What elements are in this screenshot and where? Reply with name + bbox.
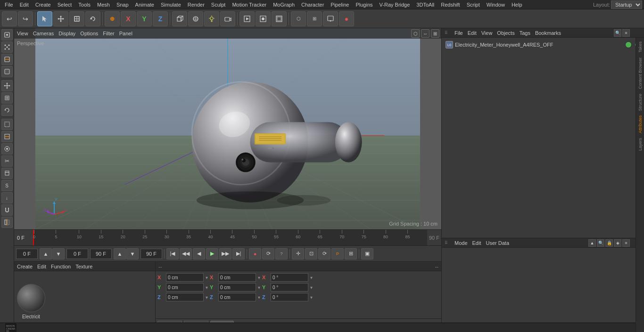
attr-search-icon[interactable]: 🔍	[597, 239, 604, 247]
attr-arrow-icon[interactable]: ▲	[588, 239, 596, 247]
obj-edit[interactable]: Edit	[468, 30, 477, 36]
tool-loop-select[interactable]	[1, 131, 13, 142]
weld-tool[interactable]: S	[1, 180, 13, 191]
mode-polygons[interactable]	[1, 66, 13, 77]
mat-create[interactable]: Create	[17, 264, 33, 269]
mode-points[interactable]	[1, 41, 13, 53]
coord-z-rot[interactable]	[271, 293, 308, 301]
menu-mesh[interactable]: Mesh	[94, 1, 113, 8]
null-button[interactable]: ⬡	[291, 11, 306, 26]
redo-button[interactable]: ↪	[18, 11, 33, 26]
vtab-takes[interactable]: Takes	[637, 40, 644, 55]
frame-down-btn[interactable]: ▼	[52, 248, 65, 259]
obj-filter-icon[interactable]: ≡	[622, 29, 630, 37]
menu-window[interactable]: Window	[484, 1, 508, 8]
coord-x-pos2[interactable]	[218, 273, 256, 282]
tool-box-select[interactable]	[1, 119, 13, 130]
move-tool-button[interactable]	[53, 11, 68, 26]
start-frame-input[interactable]	[16, 249, 38, 259]
param-btn[interactable]: P	[331, 248, 344, 259]
step-fwd-btn[interactable]: ▶▶	[219, 248, 231, 259]
obj-tags[interactable]: Tags	[520, 30, 530, 36]
frame-up-btn[interactable]: ▲	[40, 248, 52, 259]
menu-simulate[interactable]: Simulate	[158, 1, 184, 8]
coord-y-pos2[interactable]	[218, 283, 256, 292]
transform-button[interactable]: ⊕	[105, 11, 120, 26]
tool-scale[interactable]	[1, 92, 13, 104]
menu-edit[interactable]: Edit	[17, 1, 32, 8]
vp-panel[interactable]: Panel	[119, 31, 132, 36]
end-frame-input[interactable]	[140, 249, 162, 259]
obj-view[interactable]: View	[481, 30, 493, 36]
timeline-ruler[interactable]: 051015202530354045505560657075808590	[33, 230, 427, 245]
mat-texture[interactable]: Texture	[75, 264, 92, 269]
vtab-attributes[interactable]: Attributes	[637, 113, 644, 135]
menu-pipeline[interactable]: Pipeline	[328, 1, 352, 8]
render-button[interactable]	[239, 11, 255, 26]
coord-x-pos[interactable]	[166, 273, 204, 282]
mode-edges[interactable]	[1, 54, 13, 65]
undo-button[interactable]: ↩	[2, 11, 17, 26]
vp-move-icon[interactable]: ↔	[421, 29, 429, 38]
goto-start-btn[interactable]: |◀	[166, 248, 179, 259]
record-btn[interactable]: ●	[249, 248, 261, 259]
extrude-tool[interactable]	[1, 168, 13, 179]
rotate-tool-button[interactable]	[85, 11, 100, 26]
loop-btn[interactable]: ⟳	[262, 248, 274, 259]
menu-file[interactable]: File	[2, 1, 16, 8]
array-button[interactable]: ⊞	[307, 11, 322, 26]
mode-object[interactable]	[1, 29, 13, 40]
obj-bookmarks[interactable]: Bookmarks	[535, 30, 561, 36]
sphere-button[interactable]	[188, 11, 203, 26]
paint-tool[interactable]: ↓	[1, 192, 13, 203]
material-item[interactable]: Electricit	[17, 284, 45, 319]
attr-userdata[interactable]: User Data	[486, 240, 510, 246]
camera-button[interactable]	[220, 11, 235, 26]
rotate-key-btn[interactable]: ⟳	[318, 248, 330, 259]
snap-tool[interactable]	[1, 143, 13, 154]
max-frame-input[interactable]	[90, 249, 112, 259]
motion-clip-btn[interactable]: ▣	[361, 248, 373, 259]
step-back-btn[interactable]: ◀◀	[180, 248, 192, 259]
render-settings-button[interactable]	[272, 11, 287, 26]
vtab-structure[interactable]: Structure	[637, 92, 644, 113]
mat-edit[interactable]: Edit	[37, 264, 46, 269]
goto-end-btn[interactable]: ▶|	[232, 248, 245, 259]
attr-lock-icon[interactable]: 🔒	[605, 239, 613, 247]
interactive-render-button[interactable]	[256, 11, 271, 26]
menu-mograph[interactable]: MoGraph	[270, 1, 297, 8]
menu-snap[interactable]: Snap	[114, 1, 132, 8]
menu-help[interactable]: Help	[509, 1, 525, 8]
menu-render[interactable]: Render	[185, 1, 207, 8]
coord-y-pos[interactable]	[166, 283, 204, 292]
obj-objects[interactable]: Objects	[497, 30, 514, 36]
vp-view[interactable]: View	[17, 31, 28, 36]
menu-redshift[interactable]: Redshift	[438, 1, 462, 8]
menu-motion-tracker[interactable]: Motion Tracker	[229, 1, 269, 8]
menu-character[interactable]: Character	[298, 1, 327, 8]
knife-tool[interactable]: ✂	[1, 155, 13, 167]
max-up-btn[interactable]: ▲	[114, 248, 126, 259]
z-axis-button[interactable]: Z	[153, 11, 168, 26]
obj-search-icon[interactable]: 🔍	[614, 29, 621, 37]
select-tool-button[interactable]	[37, 11, 52, 26]
y-axis-button[interactable]: Y	[137, 11, 152, 26]
cube-button[interactable]	[172, 11, 187, 26]
scale-tool-button[interactable]	[69, 11, 84, 26]
help-btn[interactable]: ?	[275, 248, 288, 259]
vp-filter[interactable]: Filter	[103, 31, 114, 36]
vtab-layers[interactable]: Layers	[637, 136, 644, 153]
vp-options[interactable]: Options	[80, 31, 98, 36]
tool-rotate[interactable]	[1, 105, 13, 116]
record-button[interactable]: ●	[339, 11, 354, 26]
menu-vray[interactable]: V-Ray Bridge	[377, 1, 413, 8]
vp-display[interactable]: Display	[58, 31, 75, 36]
coord-z-pos2[interactable]	[218, 293, 256, 301]
vtab-content-browser[interactable]: Content Browser	[637, 56, 644, 91]
scale-key-btn[interactable]: ⊡	[305, 248, 317, 259]
attr-mode[interactable]: Mode	[454, 240, 468, 246]
menu-tools[interactable]: Tools	[75, 1, 93, 8]
coord-y-rot[interactable]	[271, 283, 308, 292]
attr-list-icon[interactable]: ≡	[622, 239, 630, 247]
layout-select[interactable]: Startup	[611, 0, 642, 9]
